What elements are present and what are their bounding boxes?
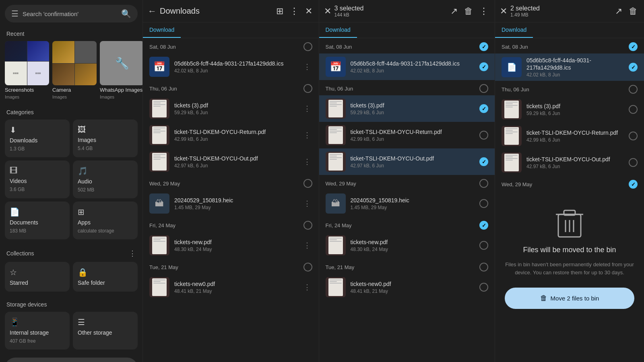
search-icon[interactable]: 🔍 xyxy=(121,9,131,19)
recent-item-camera[interactable]: Camera Images xyxy=(52,41,97,99)
panel3-file-out[interactable]: ticket-TSLI-DKEM-OYCU-Out.pdf 42.97 kB, … xyxy=(495,149,644,176)
collection-safe-folder[interactable]: 🔒 Safe folder xyxy=(73,262,138,292)
panel2-return-check[interactable] xyxy=(479,131,488,140)
panel3-out-meta: 42.97 kB, 6 Jun xyxy=(526,164,624,169)
panel1-date-check-tue[interactable] xyxy=(303,263,312,272)
panel1-return-more-icon[interactable]: ⋮ xyxy=(302,129,312,141)
recent-item-whatsapp[interactable]: 🔧 WhatsApp Images Images xyxy=(100,41,143,99)
panel2-file-ics[interactable]: 📅 05d6b5c8-fcff-44da-9031-217fa1429dd8.i… xyxy=(319,53,495,80)
category-name-downloads: Downloads xyxy=(10,137,65,144)
delete-title: Files will be moved to the bin xyxy=(523,246,616,254)
panel1-tickets3-more-icon[interactable]: ⋮ xyxy=(302,103,312,115)
recent-grid: ≡≡≡ ≡≡≡ Screenshots Images xyxy=(0,39,142,104)
search-input[interactable]: Search 'confirmation' xyxy=(23,10,117,17)
collections-grid: ☆ Starred 🔒 Safe folder xyxy=(0,260,142,296)
panel1-date-check-wed[interactable] xyxy=(303,179,312,188)
category-audio[interactable]: 🎵 Audio 502 MB xyxy=(73,160,138,198)
panel2-file-heic[interactable]: 🏔 20240529_150819.heic 1.45 MB, 29 May xyxy=(319,190,495,217)
tab-panel1-download[interactable]: Download xyxy=(143,23,181,38)
category-apps[interactable]: ⊞ Apps calculate storage xyxy=(73,202,138,239)
panel3-tickets3-check[interactable] xyxy=(629,105,638,114)
panel2-date-check-sat[interactable] xyxy=(479,42,488,51)
panel1-more-icon[interactable]: ⋮ xyxy=(288,4,300,18)
panel2-tickets-new-check[interactable] xyxy=(479,241,488,250)
panel1-grid-icon[interactable]: ⊞ xyxy=(275,4,285,18)
panel2-date-check-tue[interactable] xyxy=(479,263,488,272)
panel3-delete-icon[interactable]: 🗑 xyxy=(627,4,639,18)
panel2-ics-check[interactable] xyxy=(479,62,488,71)
panel1-file-out[interactable]: ticket-TSLI-DKEM-OYCU-Out.pdf 42.97 kB, … xyxy=(143,148,319,175)
search-bar[interactable]: ☰ Search 'confirmation' 🔍 xyxy=(5,5,138,23)
panel1-back-icon[interactable]: ← xyxy=(148,6,157,16)
panel1-file-return[interactable]: ticket-TSLI-DKEM-OYCU-Return.pdf 42.99 k… xyxy=(143,122,319,148)
panel2-file-out[interactable]: ticket-TSLI-DKEM-OYCU-Out.pdf 42.97 kB, … xyxy=(319,148,495,175)
panel3-close-icon[interactable]: ✕ xyxy=(500,6,507,16)
panel3-date-check-sat[interactable] xyxy=(629,42,638,51)
panel-2: ✕ 3 selected 144 kB ↗ 🗑 ⋮ Download Sat, … xyxy=(319,0,495,362)
panel3-date-check-thu[interactable] xyxy=(629,85,638,94)
panel1-tickets-new-more-icon[interactable]: ⋮ xyxy=(302,239,312,251)
panel3-file-ics[interactable]: 📄 05d6b5c8-fcff-44da-9031-217fa1429dd8.i… xyxy=(495,53,644,81)
recent-item-screenshots[interactable]: ≡≡≡ ≡≡≡ Screenshots Images xyxy=(5,41,49,99)
panel1-date-check-thu[interactable] xyxy=(303,84,312,93)
collection-starred[interactable]: ☆ Starred xyxy=(5,262,70,292)
panel1-close-icon[interactable]: ✕ xyxy=(303,4,314,18)
panel2-tickets3-check[interactable] xyxy=(479,104,488,113)
hamburger-icon[interactable]: ☰ xyxy=(11,9,19,19)
category-images[interactable]: 🖼 Images 5.4 GB xyxy=(73,119,138,157)
panel1-date-check-fri[interactable] xyxy=(303,221,312,230)
panel3-out-check[interactable] xyxy=(629,158,638,167)
category-videos[interactable]: 🎞 Videos 3.6 GB xyxy=(5,160,70,198)
collections-more-icon[interactable]: ⋮ xyxy=(129,249,136,258)
panel2-file-tickets-new[interactable]: tickets-new.pdf 48.30 kB, 24 May xyxy=(319,232,495,259)
storage-internal[interactable]: 📱 Internal storage 407 GB free xyxy=(5,312,70,350)
panel1-file-heic[interactable]: 🏔 20240529_150819.heic 1.45 MB, 29 May ⋮ xyxy=(143,190,319,217)
panel2-tickets-new0-check[interactable] xyxy=(479,283,488,292)
panel2-date-check-thu[interactable] xyxy=(479,84,488,93)
panel2-heic-info: 20240529_150819.heic 1.45 MB, 29 May xyxy=(351,197,475,210)
storage-other[interactable]: ☰ Other storage xyxy=(73,312,138,350)
panel1-title: Downloads xyxy=(160,6,271,16)
move-to-bin-button[interactable]: 🗑 Move 2 files to bin xyxy=(505,288,634,309)
panel2-date-check-fri[interactable] xyxy=(479,221,488,230)
panel1-ics-more-icon[interactable]: ⋮ xyxy=(302,61,312,73)
recent-thumb-whatsapp: 🔧 xyxy=(100,41,143,85)
panel3-tickets3-meta: 59.29 kB, 6 Jun xyxy=(526,111,624,116)
panel2-heic-check[interactable] xyxy=(479,199,488,208)
panel3-file-tickets3[interactable]: tickets (3).pdf 59.29 kB, 6 Jun xyxy=(495,96,644,123)
panel1-file-tickets3[interactable]: tickets (3).pdf 59.29 kB, 6 Jun ⋮ xyxy=(143,95,319,122)
panel2-file-tickets-new0[interactable]: tickets-new0.pdf 48.41 kB, 21 May xyxy=(319,274,495,300)
tab-panel3-download[interactable]: Download xyxy=(495,23,533,38)
recent-label-screenshots: Screenshots xyxy=(5,87,34,93)
panel3-return-check[interactable] xyxy=(629,132,638,140)
panel1-file-tickets-new[interactable]: tickets-new.pdf 48.30 kB, 24 May ⋮ xyxy=(143,232,319,259)
panel1-tickets-new0-more-icon[interactable]: ⋮ xyxy=(302,281,312,293)
panel3-date-check-wed[interactable] xyxy=(629,180,638,189)
panel1-date-check-sat[interactable] xyxy=(303,42,312,51)
panel2-date-check-wed[interactable] xyxy=(479,179,488,188)
panel1-out-more-icon[interactable]: ⋮ xyxy=(302,156,312,168)
category-downloads[interactable]: ⬇ Downloads 1.3 GB xyxy=(5,119,70,157)
panel1-file-tickets-new0[interactable]: tickets-new0.pdf 48.41 kB, 21 May ⋮ xyxy=(143,274,319,300)
panel2-ics-thumb: 📅 xyxy=(326,57,346,77)
category-documents[interactable]: 📄 Documents 183 MB xyxy=(5,202,70,239)
panel2-file-return[interactable]: ticket-TSLI-DKEM-OYCU-Return.pdf 42.99 k… xyxy=(319,122,495,148)
category-name-audio: Audio xyxy=(78,178,133,185)
panel2-delete-icon[interactable]: 🗑 xyxy=(462,4,475,18)
panel2-file-tickets3[interactable]: tickets (3).pdf 59.29 kB, 6 Jun xyxy=(319,95,495,122)
panel2-pdf-thumb-return xyxy=(326,125,346,145)
panel1-pdf-thumb-new0 xyxy=(149,277,169,297)
scan-button[interactable]: ⊡ Scan xyxy=(5,358,138,362)
panel3-file-return[interactable]: ticket-TSLI-DKEM-OYCU-Return.pdf 42.99 k… xyxy=(495,123,644,149)
panel3-ics-check[interactable] xyxy=(629,63,638,72)
panel2-tickets-new-info: tickets-new.pdf 48.30 kB, 24 May xyxy=(351,239,475,252)
panel2-share-icon[interactable]: ↗ xyxy=(449,4,459,18)
panel2-out-check[interactable] xyxy=(479,157,488,166)
tab-panel2-download[interactable]: Download xyxy=(319,23,357,38)
panel1-heic-more-icon[interactable]: ⋮ xyxy=(302,197,312,210)
panel2-more-icon[interactable]: ⋮ xyxy=(478,4,490,18)
panel3-share-icon[interactable]: ↗ xyxy=(613,4,624,18)
panel2-out-name: ticket-TSLI-DKEM-OYCU-Out.pdf xyxy=(351,155,475,162)
panel2-close-icon[interactable]: ✕ xyxy=(324,6,331,16)
panel1-file-ics[interactable]: 📅 05d6b5c8-fcff-44da-9031-217fa1429dd8.i… xyxy=(143,53,319,80)
